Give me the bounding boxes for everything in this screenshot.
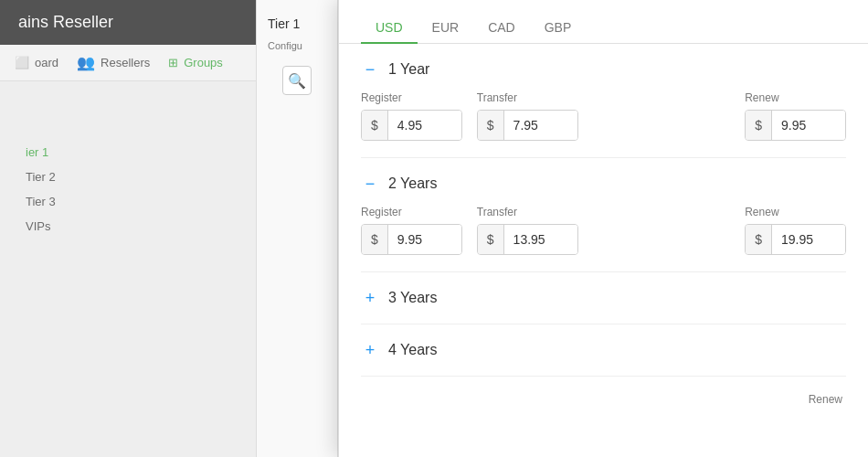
tier1-subtitle: Configu — [257, 38, 337, 58]
tier-vips-label: VIPs — [26, 219, 50, 233]
tier1-panel: Tier 1 Configu 🔍 — [256, 0, 338, 457]
1year-transfer-prefix: $ — [478, 111, 504, 140]
collapse-3years-button[interactable]: + — [361, 289, 379, 307]
1year-transfer-input-wrapper: $ — [477, 110, 578, 141]
tab-gbp[interactable]: GBP — [530, 13, 587, 44]
2years-transfer-label: Transfer — [477, 206, 578, 218]
2years-register-input-wrapper: $ — [361, 224, 462, 255]
5years-renew-label: Renew — [809, 393, 842, 406]
1year-register-group: Register $ — [361, 91, 462, 141]
panel-body: − 1 Year Register $ Transfer $ — [339, 44, 868, 430]
2years-fields: Register $ Transfer $ Renew — [361, 206, 846, 255]
collapse-3years-icon: + — [365, 290, 376, 306]
tab-cad-label: CAD — [488, 20, 515, 35]
nav-resellers-label: Resellers — [101, 56, 150, 69]
nav-groups-label: Groups — [184, 56, 223, 69]
1year-fields: Register $ Transfer $ Renew — [361, 91, 846, 141]
1year-header: − 1 Year — [361, 60, 846, 79]
1year-renew-input-wrapper: $ — [745, 110, 846, 141]
nav-dashboard[interactable]: ⬜ oard — [15, 56, 58, 69]
tier-2-label: Tier 2 — [26, 170, 56, 184]
collapse-4years-button[interactable]: + — [361, 341, 379, 359]
collapse-2years-icon: − — [365, 175, 376, 192]
1year-register-prefix: $ — [362, 111, 388, 140]
nav-resellers[interactable]: 👥 Resellers — [77, 54, 150, 71]
2years-transfer-group: Transfer $ — [477, 206, 578, 255]
2years-register-group: Register $ — [361, 206, 462, 255]
collapse-2years-button[interactable]: − — [361, 175, 379, 193]
1year-title: 1 Year — [388, 61, 429, 78]
2years-register-prefix: $ — [362, 225, 388, 254]
collapse-1year-icon: − — [365, 61, 376, 78]
grid-icon: ⊞ — [168, 56, 178, 69]
nav-groups[interactable]: ⊞ Groups — [168, 56, 223, 69]
2years-renew-input-wrapper: $ — [745, 224, 846, 255]
2years-title: 2 Years — [388, 175, 437, 192]
section-1year: − 1 Year Register $ Transfer $ — [361, 44, 846, 158]
3years-title: 3 Years — [388, 290, 437, 306]
1year-renew-label: Renew — [745, 91, 846, 104]
tier1-search-icon[interactable]: 🔍 — [282, 66, 312, 95]
2years-renew-prefix: $ — [746, 225, 772, 254]
2years-transfer-prefix: $ — [478, 225, 504, 254]
2years-renew-input[interactable] — [772, 225, 845, 254]
1year-transfer-input[interactable] — [504, 111, 577, 140]
4years-header: + 4 Years — [361, 341, 846, 359]
2years-register-input[interactable] — [388, 225, 461, 254]
currency-tabs: USD EUR CAD GBP — [339, 0, 868, 44]
collapse-4years-icon: + — [365, 342, 376, 358]
people-icon: 👥 — [77, 54, 95, 71]
1year-transfer-label: Transfer — [477, 91, 578, 104]
section-5years: Renew — [361, 377, 846, 408]
tab-usd-label: USD — [376, 20, 403, 35]
tab-gbp-label: GBP — [545, 20, 572, 35]
1year-renew-prefix: $ — [746, 111, 772, 140]
1year-register-input-wrapper: $ — [361, 110, 462, 141]
1year-register-label: Register — [361, 91, 462, 104]
1year-register-input[interactable] — [388, 111, 461, 140]
2years-transfer-input[interactable] — [504, 225, 577, 254]
tier-3-label: Tier 3 — [26, 195, 56, 208]
main-modal-panel: USD EUR CAD GBP − 1 Year Register — [338, 0, 868, 457]
2years-register-label: Register — [361, 206, 462, 218]
tab-usd[interactable]: USD — [361, 13, 418, 44]
1year-renew-input[interactable] — [772, 111, 845, 140]
tier1-title: Tier 1 — [257, 9, 337, 38]
2years-renew-label: Renew — [745, 206, 846, 218]
nav-dashboard-label: oard — [35, 56, 58, 69]
tier1-search-row: 🔍 — [257, 58, 337, 102]
tier-1-label: ier 1 — [26, 145, 48, 159]
1year-transfer-group: Transfer $ — [477, 91, 578, 141]
section-2years: − 2 Years Register $ Transfer $ — [361, 158, 846, 272]
section-4years: + 4 Years — [361, 324, 846, 377]
app-title-text: ains Reseller — [18, 13, 113, 31]
collapse-1year-button[interactable]: − — [361, 60, 379, 79]
tab-cad[interactable]: CAD — [473, 13, 530, 44]
tab-eur-label: EUR — [432, 20, 460, 35]
dashboard-icon: ⬜ — [15, 56, 29, 69]
tab-eur[interactable]: EUR — [418, 13, 474, 44]
2years-renew-group: Renew $ — [745, 206, 846, 255]
3years-header: + 3 Years — [361, 289, 846, 307]
section-3years: + 3 Years — [361, 272, 846, 324]
4years-title: 4 Years — [388, 342, 437, 358]
2years-transfer-input-wrapper: $ — [477, 224, 578, 255]
1year-renew-group: Renew $ — [745, 91, 846, 141]
2years-header: − 2 Years — [361, 175, 846, 193]
